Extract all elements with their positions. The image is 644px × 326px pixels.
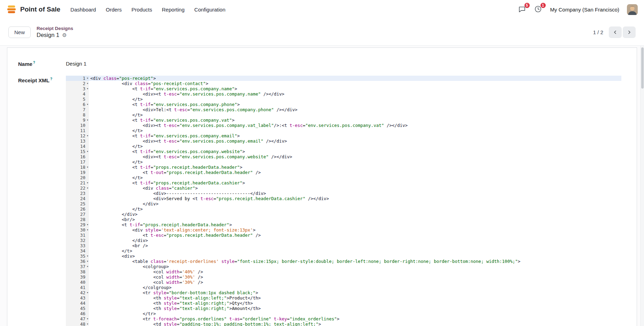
editor-row[interactable]: 31 <t t-esc="props.receipt.headerData.he…: [66, 233, 621, 238]
editor-code-line[interactable]: <div>Served by <t t-esc="props.receipt.h…: [89, 196, 621, 201]
line-number[interactable]: 13: [66, 138, 89, 144]
menu-item-configuration[interactable]: Configuration: [190, 4, 230, 15]
editor-code-line[interactable]: <t t-if="env.services.pos.company.name">: [89, 86, 621, 91]
editor-row[interactable]: 40 <col width='30%' />: [66, 280, 621, 285]
editor-row[interactable]: 8 </t>: [66, 112, 621, 117]
editor-row[interactable]: 43 <th style="text-align:left;">Product<…: [66, 295, 621, 301]
line-number[interactable]: 45: [66, 306, 89, 311]
editor-row[interactable]: 37▾ <colgroup>: [66, 264, 621, 269]
line-number[interactable]: 4: [66, 91, 89, 97]
name-field-value[interactable]: Design 1: [66, 61, 86, 67]
editor-code-line[interactable]: <div>: [89, 253, 621, 259]
line-number[interactable]: 28: [66, 217, 89, 222]
editor-code-line[interactable]: <div>--------------------------------</d…: [89, 191, 621, 196]
line-number[interactable]: 47▾: [66, 316, 89, 321]
editor-row[interactable]: 42▾ <tr style="border-bottom:1px dashed …: [66, 290, 621, 295]
xml-code-editor[interactable]: 1▾<div class="pos-receipt">2▾ <div class…: [66, 76, 621, 326]
editor-row[interactable]: 6▾ <t t-if="env.services.pos.company.pho…: [66, 102, 621, 107]
editor-code-line[interactable]: </div>: [89, 201, 621, 206]
fold-arrow-icon[interactable]: ▾: [87, 186, 89, 190]
editor-row[interactable]: 38 <col width='40%' />: [66, 269, 621, 274]
line-number[interactable]: 18▾: [66, 165, 89, 170]
editor-code-line[interactable]: </tr>: [89, 311, 621, 316]
fold-arrow-icon[interactable]: ▾: [87, 322, 89, 326]
line-number[interactable]: 15▾: [66, 149, 89, 154]
editor-code-line[interactable]: <t t-if="env.services.pos.company.email"…: [89, 133, 621, 138]
line-number[interactable]: 9▾: [66, 117, 89, 123]
editor-row[interactable]: 29▾ <t t-if="props.receipt.headerData.he…: [66, 222, 621, 227]
editor-row[interactable]: 19 <t t-out="props.receipt.headerData.he…: [66, 170, 621, 175]
editor-code-line[interactable]: </t>: [89, 112, 621, 117]
editor-row[interactable]: 25 </div>: [66, 201, 621, 206]
editor-row[interactable]: 23 <div>--------------------------------…: [66, 191, 621, 196]
fold-arrow-icon[interactable]: ▾: [87, 264, 89, 269]
fold-arrow-icon[interactable]: ▾: [87, 290, 89, 295]
editor-row[interactable]: 13 <div><t t-esc="env.services.pos.compa…: [66, 138, 621, 144]
editor-row[interactable]: 48▾ <td style="padding-top:1%; padding-b…: [66, 321, 621, 326]
user-avatar[interactable]: [627, 4, 638, 15]
line-number[interactable]: 16: [66, 154, 89, 159]
editor-code-line[interactable]: <div><t t-esc="env.services.pos.company.…: [89, 91, 621, 97]
line-number[interactable]: 34: [66, 248, 89, 253]
editor-row[interactable]: 16 <div><t t-esc="env.services.pos.compa…: [66, 154, 621, 159]
scrollbar-thumb[interactable]: [641, 47, 644, 89]
editor-code-line[interactable]: <br/>: [89, 217, 621, 222]
line-number[interactable]: 3▾: [66, 86, 89, 91]
line-number[interactable]: 27: [66, 212, 89, 217]
line-number[interactable]: 43: [66, 295, 89, 301]
company-switcher[interactable]: My Company (San Francisco): [550, 7, 619, 13]
editor-code-line[interactable]: </div>: [89, 212, 621, 217]
line-number[interactable]: 40: [66, 280, 89, 285]
line-number[interactable]: 35▾: [66, 253, 89, 259]
menu-item-products[interactable]: Products: [127, 4, 156, 15]
editor-row[interactable]: 22▾ <div class="cashier">: [66, 185, 621, 191]
editor-row[interactable]: 46 </tr>: [66, 311, 621, 316]
line-number[interactable]: 21▾: [66, 180, 89, 185]
editor-row[interactable]: 5 </t>: [66, 97, 621, 102]
fold-arrow-icon[interactable]: ▾: [87, 181, 89, 185]
editor-row[interactable]: 44 <th style="text-align:right;">Qty</th…: [66, 301, 621, 306]
fold-arrow-icon[interactable]: ▾: [87, 102, 89, 107]
editor-code-line[interactable]: <th style="text-align:right;">Amount</th…: [89, 306, 621, 311]
editor-code-line[interactable]: <div class="pos-receipt-contact">: [89, 81, 621, 86]
pager-previous-button[interactable]: [609, 26, 622, 38]
editor-row[interactable]: 35▾ <div>: [66, 253, 621, 259]
editor-code-line[interactable]: </t>: [89, 144, 621, 149]
editor-code-line[interactable]: <col width='30%' />: [89, 280, 621, 285]
line-number[interactable]: 10: [66, 123, 89, 128]
editor-row[interactable]: 15▾ <t t-if="env.services.pos.company.we…: [66, 149, 621, 154]
editor-code-line[interactable]: <div><t t-esc="env.services.pos.company.…: [89, 154, 621, 159]
editor-code-line[interactable]: <br />: [89, 243, 621, 248]
line-number[interactable]: 41: [66, 285, 89, 290]
line-number[interactable]: 29▾: [66, 222, 89, 227]
editor-code-line[interactable]: <t t-if="env.services.pos.company.vat">: [89, 117, 621, 123]
editor-row[interactable]: 14 </t>: [66, 144, 621, 149]
editor-row[interactable]: 20 </t>: [66, 175, 621, 180]
editor-code-line[interactable]: </t>: [89, 97, 621, 102]
editor-code-line[interactable]: <div class="pos-receipt">: [89, 76, 621, 81]
editor-row[interactable]: 39 <col width='30%' />: [66, 274, 621, 280]
editor-code-line[interactable]: </t>: [89, 159, 621, 165]
editor-code-line[interactable]: <tr style="border-bottom:1px dashed blac…: [89, 290, 621, 295]
editor-code-line[interactable]: <th style="text-align:right;">Qty</th>: [89, 301, 621, 306]
activities-button[interactable]: 1: [534, 5, 543, 14]
fold-arrow-icon[interactable]: ▾: [87, 165, 89, 169]
editor-code-line[interactable]: <t t-if="props.receipt.headerData.header…: [89, 222, 621, 227]
editor-row[interactable]: 9▾ <t t-if="env.services.pos.company.vat…: [66, 117, 621, 123]
editor-code-line[interactable]: <t t-if="env.services.pos.company.websit…: [89, 149, 621, 154]
editor-code-line[interactable]: <t t-if="env.services.pos.company.phone"…: [89, 102, 621, 107]
editor-code-line[interactable]: <td style="padding-top:1%; padding-botto…: [89, 321, 621, 326]
line-number[interactable]: 36▾: [66, 259, 89, 264]
fold-arrow-icon[interactable]: ▾: [87, 222, 89, 227]
editor-row[interactable]: 36▾ <table class='receipt-orderlines' st…: [66, 259, 621, 264]
app-title[interactable]: Point of Sale: [20, 6, 60, 13]
editor-code-line[interactable]: <div class="cashier">: [89, 185, 621, 191]
editor-row[interactable]: 17 </t>: [66, 159, 621, 165]
line-number[interactable]: 24: [66, 196, 89, 201]
line-number[interactable]: 25: [66, 201, 89, 206]
line-number[interactable]: 12▾: [66, 133, 89, 138]
fold-arrow-icon[interactable]: ▾: [87, 134, 89, 138]
pager-next-button[interactable]: [623, 26, 636, 38]
editor-row[interactable]: 7 <div>Tel:<t t-esc="env.services.pos.co…: [66, 107, 621, 112]
editor-row[interactable]: 12▾ <t t-if="env.services.pos.company.em…: [66, 133, 621, 138]
